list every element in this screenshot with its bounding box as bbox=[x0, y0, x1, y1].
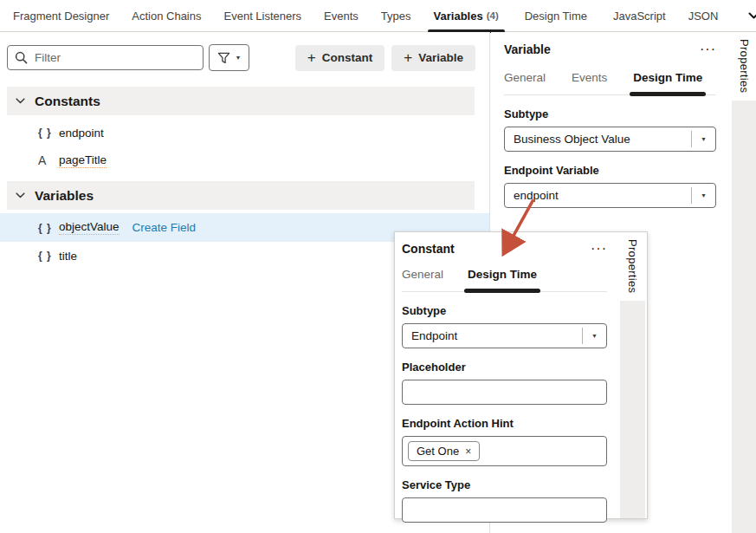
constant-panel-tabs: General Design Time bbox=[402, 268, 607, 292]
tab-variables-label: Variables bbox=[434, 10, 483, 23]
endpoint-action-hint-input[interactable]: Get One × bbox=[402, 436, 607, 466]
constants-section-header[interactable]: Constants bbox=[7, 87, 475, 115]
tab-action-chains[interactable]: Action Chains bbox=[120, 0, 212, 32]
object-type-icon: { } bbox=[38, 250, 59, 262]
filter-options-button[interactable]: ▼ bbox=[209, 44, 249, 71]
string-type-icon: A bbox=[38, 153, 59, 167]
list-item-endpoint[interactable]: { } endpoint bbox=[0, 119, 489, 146]
subtype-label: Subtype bbox=[504, 107, 716, 120]
tab-events[interactable]: Events bbox=[313, 0, 370, 32]
variables-section-title: Variables bbox=[35, 188, 94, 204]
service-type-input[interactable] bbox=[408, 504, 601, 517]
subtype-select[interactable]: Business Object Value ▼ bbox=[504, 127, 716, 152]
constant-properties-popup: Constant ··· General Design Time Subtype… bbox=[394, 231, 648, 519]
endpoint-variable-value: endpoint bbox=[505, 189, 691, 202]
endpoint-variable-label: Endpoint Variable bbox=[504, 164, 716, 177]
create-field-link[interactable]: Create Field bbox=[132, 221, 197, 234]
tab-design-time[interactable]: Design Time bbox=[514, 0, 598, 32]
chevron-down-icon bbox=[748, 12, 756, 20]
editor-tab-bar: Fragment Designer Action Chains Event Li… bbox=[0, 0, 756, 32]
funnel-icon bbox=[217, 52, 230, 64]
add-variable-label: Variable bbox=[418, 51, 463, 64]
rail-track bbox=[732, 101, 756, 533]
properties-rail: Properties bbox=[732, 32, 756, 533]
plus-icon: + bbox=[404, 50, 412, 65]
tab-fragment-designer[interactable]: Fragment Designer bbox=[2, 0, 120, 32]
properties-rail-tab[interactable]: Properties bbox=[738, 32, 751, 93]
placeholder-input[interactable] bbox=[408, 386, 601, 399]
filter-input-wrap bbox=[7, 45, 204, 70]
variable-panel-title: Variable bbox=[504, 42, 551, 56]
add-constant-label: Constant bbox=[322, 51, 373, 64]
popup-properties-rail: Properties bbox=[618, 232, 647, 518]
rail-track bbox=[620, 301, 645, 518]
properties-rail-tab[interactable]: Properties bbox=[626, 232, 639, 293]
tab-types[interactable]: Types bbox=[370, 0, 423, 32]
chevron-down-icon bbox=[16, 98, 25, 104]
placeholder-label: Placeholder bbox=[402, 361, 607, 374]
endpoint-variable-select[interactable]: endpoint ▼ bbox=[504, 183, 716, 208]
service-type-input-wrap bbox=[402, 497, 607, 523]
variable-panel-tabs: General Events Design Time bbox=[504, 71, 716, 95]
subtype-value: Business Object Value bbox=[505, 133, 691, 146]
tab-overflow-button[interactable] bbox=[748, 12, 756, 20]
variable-name: title bbox=[59, 250, 77, 263]
more-actions-icon[interactable]: ··· bbox=[700, 46, 716, 53]
chevron-down-icon: ▼ bbox=[692, 136, 715, 142]
variables-count-badge: (4) bbox=[487, 10, 499, 21]
list-item-pagetitle[interactable]: A pageTitle bbox=[0, 146, 489, 174]
constant-name: endpoint bbox=[59, 127, 104, 140]
tab-general[interactable]: General bbox=[504, 71, 546, 94]
tab-design-time[interactable]: Design Time bbox=[468, 268, 537, 291]
more-actions-icon[interactable]: ··· bbox=[591, 245, 607, 252]
constant-panel-title: Constant bbox=[402, 242, 455, 256]
variable-name: objectValue bbox=[59, 220, 120, 235]
fragment-designer-window: Fragment Designer Action Chains Event Li… bbox=[0, 0, 756, 533]
subtype-value: Endpoint bbox=[403, 329, 582, 342]
subtype-label: Subtype bbox=[402, 304, 607, 317]
service-type-label: Service Type bbox=[402, 478, 607, 491]
tab-javascript[interactable]: JavaScript bbox=[602, 0, 677, 32]
get-one-chip: Get One × bbox=[408, 441, 480, 461]
chip-label: Get One bbox=[417, 445, 459, 458]
search-icon bbox=[15, 51, 28, 64]
plus-icon: + bbox=[307, 50, 316, 65]
chevron-down-icon: ▼ bbox=[692, 192, 715, 198]
tab-json[interactable]: JSON bbox=[677, 0, 730, 32]
filter-input[interactable] bbox=[35, 51, 196, 64]
chevron-down-icon: ▼ bbox=[583, 333, 606, 339]
placeholder-input-wrap bbox=[402, 380, 607, 405]
chip-remove-icon[interactable]: × bbox=[465, 446, 471, 457]
object-type-icon: { } bbox=[38, 127, 59, 139]
tab-general[interactable]: General bbox=[402, 268, 443, 291]
variables-section-header[interactable]: Variables bbox=[7, 181, 475, 210]
add-constant-button[interactable]: + Constant bbox=[295, 45, 384, 71]
add-variable-button[interactable]: + Variable bbox=[391, 45, 475, 71]
chevron-down-icon bbox=[16, 192, 25, 198]
tab-events[interactable]: Events bbox=[572, 71, 607, 94]
tab-event-listeners[interactable]: Event Listeners bbox=[213, 0, 313, 32]
endpoint-action-hint-label: Endpoint Action Hint bbox=[402, 417, 607, 430]
object-type-icon: { } bbox=[38, 222, 59, 234]
list-toolbar: ▼ + Constant + Variable bbox=[0, 32, 489, 81]
subtype-select[interactable]: Endpoint ▼ bbox=[402, 323, 607, 348]
tab-variables[interactable]: Variables (4) bbox=[423, 0, 510, 32]
chevron-down-icon: ▼ bbox=[236, 55, 242, 61]
constants-section-title: Constants bbox=[35, 94, 100, 109]
constant-name: pageTitle bbox=[59, 153, 107, 168]
tab-design-time[interactable]: Design Time bbox=[633, 71, 702, 94]
